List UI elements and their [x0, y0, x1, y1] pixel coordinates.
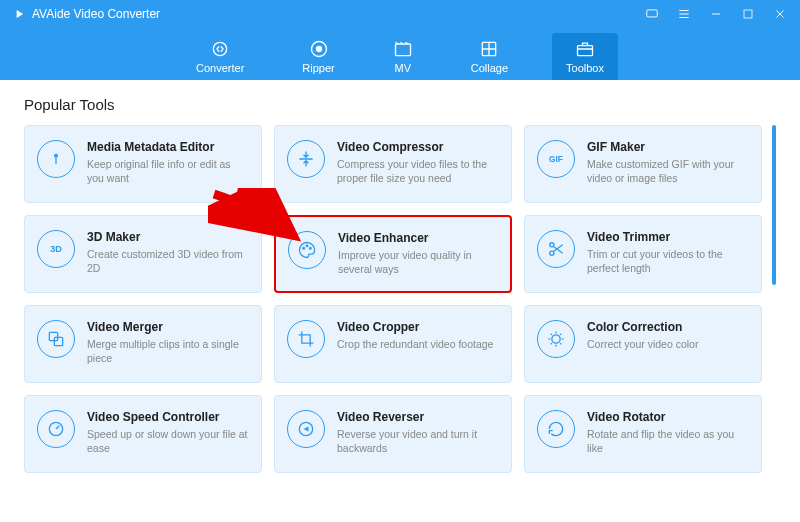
card-desc: Rotate and flip the video as you like	[587, 427, 749, 455]
tool-card[interactable]: GIFGIF MakerMake customized GIF with you…	[524, 125, 762, 203]
card-text: GIF MakerMake customized GIF with your v…	[587, 140, 749, 185]
converter-icon	[210, 39, 230, 59]
grid-wrap: Media Metadata EditorKeep original file …	[24, 125, 776, 473]
speed-icon	[37, 410, 75, 448]
feedback-icon[interactable]	[644, 6, 660, 22]
nav-label: Ripper	[302, 62, 334, 74]
nav-label: Toolbox	[566, 62, 604, 74]
nav-tab-toolbox[interactable]: Toolbox	[552, 33, 618, 80]
tool-card[interactable]: Video RotatorRotate and flip the video a…	[524, 395, 762, 473]
nav-label: Collage	[471, 62, 508, 74]
info-icon	[37, 140, 75, 178]
card-title: GIF Maker	[587, 140, 749, 154]
svg-point-15	[550, 251, 554, 255]
nav-tab-collage[interactable]: Collage	[457, 33, 522, 80]
svg-point-4	[316, 47, 321, 52]
card-title: Video Cropper	[337, 320, 493, 334]
content: Popular Tools Media Metadata EditorKeep …	[0, 80, 800, 473]
svg-text:3D: 3D	[50, 244, 62, 254]
tool-card[interactable]: Video ReverserReverse your video and tur…	[274, 395, 512, 473]
card-text: Media Metadata EditorKeep original file …	[87, 140, 249, 185]
section-title: Popular Tools	[24, 96, 776, 113]
card-text: Video Speed ControllerSpeed up or slow d…	[87, 410, 249, 455]
app-title-text: AVAide Video Converter	[32, 7, 160, 21]
tool-card[interactable]: Video EnhancerImprove your video quality…	[274, 215, 512, 293]
maximize-icon[interactable]	[740, 6, 756, 22]
card-desc: Compress your video files to the proper …	[337, 157, 499, 185]
card-desc: Make customized GIF with your video or i…	[587, 157, 749, 185]
tool-card[interactable]: Video CompressorCompress your video file…	[274, 125, 512, 203]
menu-icon[interactable]	[676, 6, 692, 22]
nav-label: Converter	[196, 62, 244, 74]
svg-text:GIF: GIF	[549, 154, 563, 164]
card-text: Video EnhancerImprove your video quality…	[338, 231, 498, 276]
svg-point-14	[550, 243, 554, 247]
card-text: Video TrimmerTrim or cut your videos to …	[587, 230, 749, 275]
ripper-icon	[309, 39, 329, 59]
card-title: Video Enhancer	[338, 231, 498, 245]
reverse-icon	[287, 410, 325, 448]
svg-rect-7	[578, 46, 593, 56]
scrollbar[interactable]	[772, 125, 776, 473]
tool-card[interactable]: Video MergerMerge multiple clips into a …	[24, 305, 262, 383]
card-title: Video Speed Controller	[87, 410, 249, 424]
card-title: Video Merger	[87, 320, 249, 334]
card-title: Video Trimmer	[587, 230, 749, 244]
nav-tab-ripper[interactable]: Ripper	[288, 33, 348, 80]
card-desc: Crop the redundant video footage	[337, 337, 493, 351]
card-title: Color Correction	[587, 320, 698, 334]
compress-icon	[287, 140, 325, 178]
card-desc: Speed up or slow down your file at ease	[87, 427, 249, 455]
card-text: Video MergerMerge multiple clips into a …	[87, 320, 249, 365]
tool-card[interactable]: Color CorrectionCorrect your video color	[524, 305, 762, 383]
highlight-arrow-icon	[208, 188, 308, 248]
tool-card[interactable]: Video Speed ControllerSpeed up or slow d…	[24, 395, 262, 473]
svg-point-13	[310, 248, 312, 250]
merge-icon	[37, 320, 75, 358]
toolbox-icon	[575, 39, 595, 59]
tool-card[interactable]: Video CropperCrop the redundant video fo…	[274, 305, 512, 383]
card-desc: Keep original file info or edit as you w…	[87, 157, 249, 185]
tools-grid: Media Metadata EditorKeep original file …	[24, 125, 762, 473]
scroll-thumb[interactable]	[772, 125, 776, 285]
header: AVAide Video Converter Converter Ripper …	[0, 0, 800, 80]
nav-tab-converter[interactable]: Converter	[182, 33, 258, 80]
svg-point-18	[552, 335, 560, 343]
nav-label: MV	[394, 62, 411, 74]
card-text: Color CorrectionCorrect your video color	[587, 320, 698, 351]
card-text: Video RotatorRotate and flip the video a…	[587, 410, 749, 455]
svg-rect-17	[54, 337, 62, 345]
card-text: Video ReverserReverse your video and tur…	[337, 410, 499, 455]
card-title: Media Metadata Editor	[87, 140, 249, 154]
color-icon	[537, 320, 575, 358]
card-title: Video Rotator	[587, 410, 749, 424]
rotate-icon	[537, 410, 575, 448]
collage-icon	[479, 39, 499, 59]
app-title: AVAide Video Converter	[12, 7, 160, 21]
minimize-icon[interactable]	[708, 6, 724, 22]
card-desc: Trim or cut your videos to the perfect l…	[587, 247, 749, 275]
card-desc: Improve your video quality in several wa…	[338, 248, 498, 276]
titlebar: AVAide Video Converter	[0, 0, 800, 28]
app-logo-icon	[12, 7, 26, 21]
tool-card[interactable]: Video TrimmerTrim or cut your videos to …	[524, 215, 762, 293]
mv-icon	[393, 39, 413, 59]
card-title: Video Reverser	[337, 410, 499, 424]
card-desc: Reverse your video and turn it backwards	[337, 427, 499, 455]
3d-icon: 3D	[37, 230, 75, 268]
scissors-icon	[537, 230, 575, 268]
svg-rect-1	[744, 10, 752, 18]
crop-icon	[287, 320, 325, 358]
close-icon[interactable]	[772, 6, 788, 22]
card-desc: Merge multiple clips into a single piece	[87, 337, 249, 365]
card-title: Video Compressor	[337, 140, 499, 154]
card-text: Video CompressorCompress your video file…	[337, 140, 499, 185]
svg-point-8	[55, 154, 58, 157]
card-text: Video CropperCrop the redundant video fo…	[337, 320, 493, 351]
nav-tab-mv[interactable]: MV	[379, 33, 427, 80]
svg-rect-5	[395, 44, 410, 56]
svg-point-2	[214, 42, 227, 55]
card-desc: Correct your video color	[587, 337, 698, 351]
card-desc: Create customized 3D video from 2D	[87, 247, 249, 275]
window-controls	[644, 6, 788, 22]
